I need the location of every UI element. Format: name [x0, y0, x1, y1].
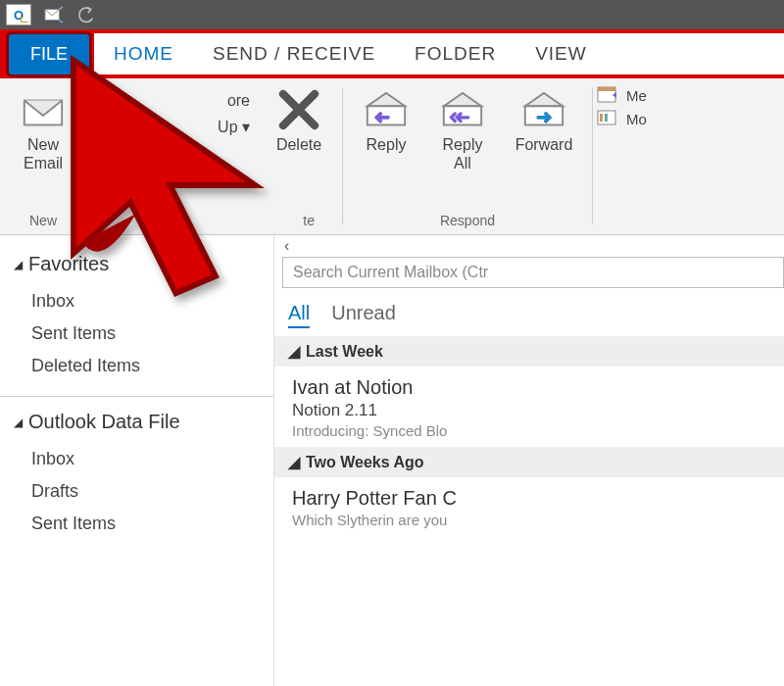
datafile-label: Outlook Data File	[28, 411, 180, 433]
collapse-triangle-icon: ◢	[14, 258, 23, 271]
nav-item-inbox-2[interactable]: Inbox	[14, 443, 260, 475]
send-receive-qat-icon[interactable]	[43, 6, 65, 24]
delete-x-icon	[276, 90, 321, 129]
new-email-button[interactable]: New Email	[8, 82, 78, 172]
forward-label: Forward	[515, 135, 573, 154]
filter-row: All Unread	[274, 288, 784, 336]
search-input[interactable]: Search Current Mailbox (Ctr	[282, 257, 784, 288]
envelope-icon	[21, 90, 66, 129]
collapse-triangle-icon: ◢	[288, 342, 300, 361]
more-label-partial: Mo	[626, 111, 647, 127]
delete-label: Delete	[276, 135, 321, 154]
mail-preview: Introducing: Synced Blo	[292, 422, 770, 439]
ribbon: New Email New ore Up ▾ Delete te	[0, 78, 784, 235]
meeting-button-partial[interactable]: Me	[597, 86, 647, 104]
svg-rect-3	[444, 106, 481, 124]
nav-item-drafts[interactable]: Drafts	[14, 475, 260, 508]
favorites-label: Favorites	[28, 253, 109, 275]
forward-icon	[521, 90, 566, 129]
ribbon-group-delete-label: te	[303, 209, 334, 232]
outlook-logo-icon: O	[6, 4, 31, 25]
nav-section-datafile[interactable]: ◢ Outlook Data File	[14, 411, 260, 433]
filter-all[interactable]: All	[288, 302, 310, 328]
svg-rect-8	[600, 114, 603, 122]
reply-label: Reply	[367, 135, 407, 154]
nav-divider	[0, 396, 273, 397]
message-list-pane: ‹ Search Current Mailbox (Ctr All Unread…	[274, 235, 784, 686]
collapse-triangle-icon: ◢	[288, 453, 300, 471]
meeting-label-partial: Me	[626, 87, 647, 104]
ribbon-overflow-column: Me Mo	[593, 78, 651, 234]
mail-preview: Which Slytherin are you	[292, 512, 770, 528]
nav-item-deleted[interactable]: Deleted Items	[14, 350, 260, 382]
nav-item-sent[interactable]: Sent Items	[14, 318, 260, 350]
more-button-partial[interactable]: Mo	[597, 110, 647, 127]
date-section-two-weeks[interactable]: ◢ Two Weeks Ago	[274, 447, 784, 477]
mail-item[interactable]: Ivan at Notion Notion 2.11 Introducing: …	[274, 367, 784, 447]
date-section-last-week[interactable]: ◢ Last Week	[274, 336, 784, 367]
ribbon-group-respond-label: Respond	[440, 209, 495, 232]
nav-item-inbox[interactable]: Inbox	[14, 285, 260, 318]
ribbon-group-respond: Reply Reply All Forward Respond	[343, 78, 592, 234]
reply-all-button[interactable]: Reply All	[427, 82, 498, 172]
mail-from: Ivan at Notion	[292, 376, 770, 399]
collapse-pane-icon[interactable]: ‹	[274, 235, 299, 257]
mail-from: Harry Potter Fan C	[292, 487, 770, 510]
reply-all-label: Reply All	[443, 135, 483, 172]
cleanup-button-partial[interactable]: Up ▾	[218, 118, 250, 136]
ribbon-group-new: New Email New	[0, 78, 86, 234]
search-placeholder: Search Current Mailbox (Ctr	[293, 264, 488, 281]
section-label: Last Week	[306, 343, 383, 361]
calendar-icon	[597, 86, 620, 104]
section-label: Two Weeks Ago	[306, 454, 424, 471]
collapse-triangle-icon: ◢	[14, 416, 23, 429]
mail-subject: Notion 2.11	[292, 401, 770, 420]
nav-section-favorites[interactable]: ◢ Favorites	[14, 253, 260, 275]
tab-file[interactable]: FILE	[6, 31, 92, 77]
tab-home[interactable]: HOME	[94, 43, 193, 65]
undo-qat-icon[interactable]	[76, 6, 98, 24]
filter-unread[interactable]: Unread	[331, 302, 396, 328]
svg-rect-6	[598, 87, 615, 91]
im-icon	[597, 110, 620, 127]
ignore-button-partial[interactable]: ore	[218, 92, 250, 110]
delete-button[interactable]: Delete	[264, 82, 334, 154]
mail-item[interactable]: Harry Potter Fan C Which Slytherin are y…	[274, 477, 784, 536]
svg-rect-9	[605, 114, 608, 122]
ribbon-group-delete: ore Up ▾ Delete te	[87, 78, 342, 234]
tab-send-receive[interactable]: SEND / RECEIVE	[193, 43, 395, 65]
tab-strip-highlight: FILE HOME SEND / RECEIVE FOLDER VIEW	[0, 29, 784, 78]
navigation-pane: ◢ Favorites Inbox Sent Items Deleted Ite…	[0, 235, 274, 686]
tab-view[interactable]: VIEW	[515, 43, 607, 65]
tab-folder[interactable]: FOLDER	[395, 43, 515, 65]
forward-button[interactable]: Forward	[504, 82, 584, 154]
nav-item-sent-2[interactable]: Sent Items	[14, 508, 260, 540]
reply-icon	[364, 90, 409, 129]
reply-button[interactable]: Reply	[351, 82, 421, 154]
tab-strip: HOME SEND / RECEIVE FOLDER VIEW	[94, 33, 784, 74]
title-bar: O	[0, 0, 784, 29]
new-email-label: New Email	[24, 135, 63, 172]
ribbon-group-new-label: New	[29, 209, 57, 232]
content-area: ◢ Favorites Inbox Sent Items Deleted Ite…	[0, 235, 784, 686]
reply-all-icon	[440, 90, 485, 129]
